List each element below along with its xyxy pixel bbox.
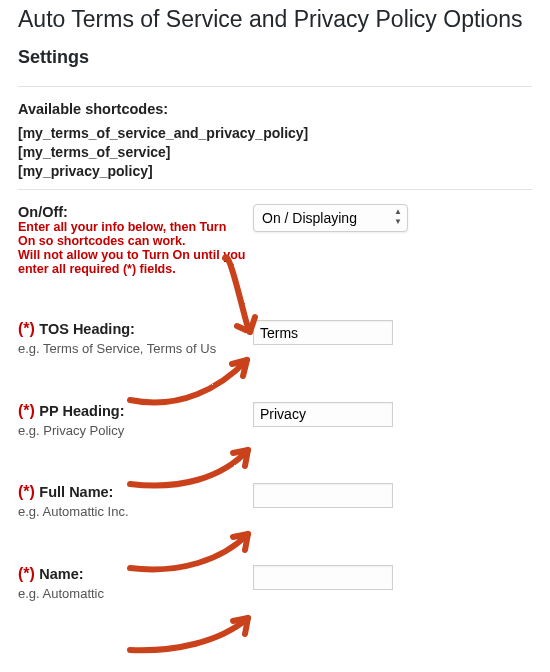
onoff-note: Enter all your info below, then Turn On …: [18, 220, 247, 248]
tos-heading-input[interactable]: [253, 320, 393, 345]
onoff-note: Will not allow you to Turn On until you …: [18, 248, 247, 276]
name-label: Name:: [39, 566, 83, 582]
required-mark: (*): [18, 402, 39, 419]
pp-heading-input[interactable]: [253, 402, 393, 427]
required-mark: (*): [18, 565, 39, 582]
shortcode-item: [my_terms_of_service_and_privacy_policy]: [18, 125, 532, 141]
tos-heading-label: TOS Heading:: [39, 321, 135, 337]
page-title: Auto Terms of Service and Privacy Policy…: [18, 6, 532, 33]
full-name-label: Full Name:: [39, 484, 113, 500]
pp-heading-hint: e.g. Privacy Policy: [18, 422, 247, 440]
shortcode-item: [my_terms_of_service]: [18, 144, 532, 160]
full-name-input[interactable]: [253, 483, 393, 508]
full-name-hint: e.g. Automattic Inc.: [18, 503, 247, 521]
required-mark: (*): [18, 320, 39, 337]
onoff-label: On/Off:: [18, 204, 247, 220]
name-hint: e.g. Automattic: [18, 585, 247, 603]
required-mark: (*): [18, 483, 39, 500]
divider: [18, 86, 532, 87]
divider: [18, 189, 532, 190]
shortcode-item: [my_privacy_policy]: [18, 163, 532, 179]
tos-heading-hint: e.g. Terms of Service, Terms of Us: [18, 340, 247, 358]
settings-subtitle: Settings: [18, 47, 532, 68]
shortcodes-heading: Available shortcodes:: [18, 101, 532, 117]
pp-heading-label: PP Heading:: [39, 403, 124, 419]
name-input[interactable]: [253, 565, 393, 590]
onoff-select[interactable]: On / Displaying: [253, 204, 408, 232]
shortcodes-list: [my_terms_of_service_and_privacy_policy]…: [18, 125, 532, 179]
